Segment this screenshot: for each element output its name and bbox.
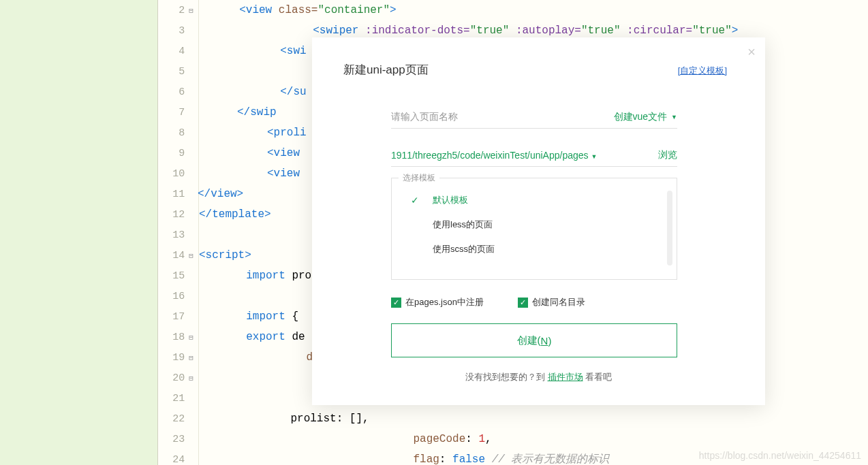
gutter-line: 16 xyxy=(158,286,198,306)
custom-template-link[interactable]: [自定义模板] xyxy=(678,65,727,77)
fold-icon[interactable]: ⊟ xyxy=(189,374,198,383)
gutter-line: 13 xyxy=(158,225,198,245)
line-number: 10 xyxy=(158,168,189,180)
line-number: 17 xyxy=(158,311,189,323)
line-number: 7 xyxy=(158,107,189,118)
template-item[interactable]: 使用scss的页面 xyxy=(392,237,677,261)
template-list: ✓默认模板使用less的页面使用scss的页面 xyxy=(392,178,677,271)
create-button-hotkey: N xyxy=(541,335,548,347)
line-number: 6 xyxy=(158,86,189,98)
file-tree-sidebar xyxy=(0,0,158,465)
register-pages-json-checkbox[interactable]: ✓ 在pages.json中注册 xyxy=(391,296,484,308)
create-same-dir-checkbox[interactable]: ✓ 创建同名目录 xyxy=(518,296,585,308)
template-item[interactable]: 使用less的页面 xyxy=(392,212,677,237)
line-number: 13 xyxy=(158,229,189,241)
code-line: prolist: [], xyxy=(199,408,868,429)
plugin-market-link[interactable]: 插件市场 xyxy=(548,372,583,382)
scrollbar[interactable] xyxy=(667,191,672,266)
fold-icon[interactable]: ⊟ xyxy=(189,6,198,15)
gutter-line: 2⊟ xyxy=(158,0,198,20)
gutter-line: 12 xyxy=(158,204,198,225)
template-selector: 选择模板 ✓默认模板使用less的页面使用scss的页面 xyxy=(391,178,677,280)
fold-icon[interactable]: ⊟ xyxy=(189,353,198,362)
file-type-label: 创建vue文件 xyxy=(614,111,668,123)
gutter-line: 5 xyxy=(158,61,198,82)
line-number: 11 xyxy=(158,189,189,200)
checkmark-icon: ✓ xyxy=(411,195,419,206)
gutter-line: 15 xyxy=(158,266,198,286)
gutter-line: 11 xyxy=(158,184,198,204)
options-row: ✓ 在pages.json中注册 ✓ 创建同名目录 xyxy=(391,296,585,308)
gutter-line: 20⊟ xyxy=(158,368,198,388)
line-number: 18 xyxy=(158,332,189,343)
line-number: 24 xyxy=(158,454,189,466)
line-number: 20 xyxy=(158,372,189,384)
new-page-dialog: × 新建uni-app页面 [自定义模板] 请输入页面名称 创建vue文件 ▼ … xyxy=(312,37,765,405)
footer-hint: 没有找到想要的？到 插件市场 看看吧 xyxy=(312,371,765,383)
checkbox-label: 在pages.json中注册 xyxy=(405,296,484,308)
chevron-down-icon: ▼ xyxy=(591,153,597,160)
line-number: 22 xyxy=(158,413,189,425)
gutter-line: 14⊟ xyxy=(158,245,198,266)
line-number: 4 xyxy=(158,46,189,57)
create-button-label-pre: 创建( xyxy=(517,334,541,347)
gutter-line: 3 xyxy=(158,20,198,41)
gutter-line: 23 xyxy=(158,429,198,449)
line-number: 16 xyxy=(158,291,189,302)
gutter-line: 17 xyxy=(158,306,198,327)
gutter-line: 22 xyxy=(158,408,198,429)
line-number: 14 xyxy=(158,250,189,261)
dialog-title: 新建uni-app页面 xyxy=(343,62,429,78)
line-number: 21 xyxy=(158,393,189,404)
line-number: 8 xyxy=(158,127,189,139)
watermark: https://blog.csdn.net/weixin_44254611 xyxy=(699,450,861,461)
line-number: 3 xyxy=(158,25,189,37)
line-number: 12 xyxy=(158,209,189,221)
template-label: 使用less的页面 xyxy=(433,219,493,231)
gutter-line: 7 xyxy=(158,102,198,123)
gutter-line: 18⊟ xyxy=(158,327,198,347)
file-type-dropdown[interactable]: 创建vue文件 ▼ xyxy=(614,111,678,123)
line-number: 9 xyxy=(158,148,189,159)
line-number: 15 xyxy=(158,270,189,282)
footer-text-pre: 没有找到想要的？到 xyxy=(465,372,548,382)
gutter-line: 4 xyxy=(158,41,198,61)
template-item[interactable]: ✓默认模板 xyxy=(392,188,677,212)
gutter-line: 19⊟ xyxy=(158,347,198,368)
gutter-line: 21 xyxy=(158,388,198,408)
path-dropdown[interactable]: 1911/threegzh5/code/weixinTest/uniApp/pa… xyxy=(391,150,597,161)
template-label: 默认模板 xyxy=(433,194,468,206)
create-button[interactable]: 创建(N) xyxy=(391,323,677,357)
create-button-label-post: ) xyxy=(548,335,551,347)
checkmark-icon: ✓ xyxy=(391,298,401,308)
close-icon[interactable]: × xyxy=(747,44,756,60)
gutter-line: 10 xyxy=(158,163,198,184)
line-gutter: 2⊟34567891011121314⊟15161718⊟19⊟20⊟21222… xyxy=(158,0,199,465)
fold-icon[interactable]: ⊟ xyxy=(189,333,198,342)
line-number: 5 xyxy=(158,66,189,78)
template-label: 使用scss的页面 xyxy=(433,243,495,255)
line-number: 2 xyxy=(158,5,189,16)
page-name-input[interactable]: 请输入页面名称 xyxy=(391,111,458,123)
gutter-line: 6 xyxy=(158,82,198,102)
fold-icon[interactable]: ⊟ xyxy=(189,251,198,260)
gutter-line: 8 xyxy=(158,123,198,143)
line-number: 19 xyxy=(158,352,189,364)
code-line: pageCode: 1, xyxy=(199,429,868,449)
path-text: 1911/threegzh5/code/weixinTest/uniApp/pa… xyxy=(391,150,589,161)
path-row: 1911/threegzh5/code/weixinTest/uniApp/pa… xyxy=(391,144,677,167)
code-line: <view class="container"> xyxy=(199,0,868,20)
browse-button[interactable]: 浏览 xyxy=(658,149,677,161)
gutter-line: 9 xyxy=(158,143,198,163)
footer-text-post: 看看吧 xyxy=(583,372,613,382)
gutter-line: 24 xyxy=(158,449,198,465)
checkmark-icon: ✓ xyxy=(518,298,528,308)
checkbox-label: 创建同名目录 xyxy=(532,296,585,308)
line-number: 23 xyxy=(158,434,189,445)
chevron-down-icon: ▼ xyxy=(671,114,677,121)
page-name-input-row: 请输入页面名称 创建vue文件 ▼ xyxy=(391,106,677,129)
